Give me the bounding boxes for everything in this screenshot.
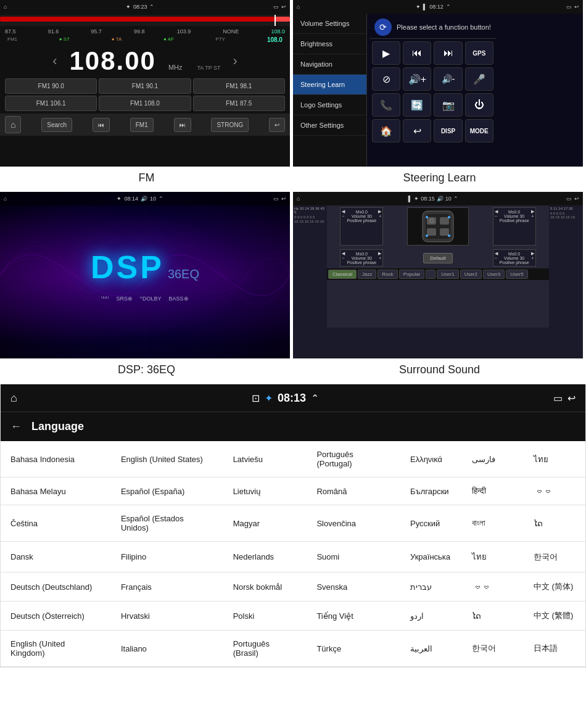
table-row[interactable]: Deutsch (Österreich) Hrvatski Polski Tiế… — [1, 602, 585, 631]
steering-undo-button[interactable]: ↩ — [403, 119, 431, 143]
steering-sidebar-other[interactable]: Other Settings — [293, 115, 366, 136]
language-back-button[interactable]: ← — [10, 420, 22, 433]
surround-ctrl4-plus[interactable]: + — [532, 256, 534, 260]
fm-strong-button[interactable]: STRONG — [211, 118, 249, 132]
lang-cell[interactable]: ໄດ — [524, 505, 585, 542]
lang-cell[interactable]: اردو — [400, 602, 462, 631]
table-row[interactable]: English (United Kingdom) Italiano Portug… — [1, 631, 585, 667]
fm-next-button[interactable]: › — [233, 53, 237, 69]
surround-ctrl4-next[interactable]: ▶ — [531, 251, 534, 256]
lang-cell[interactable]: Български — [400, 478, 462, 505]
fm-preset-6[interactable]: FM1 87.5 — [193, 96, 285, 111]
steering-sidebar-navigation[interactable]: Navigation — [293, 54, 366, 75]
surround-ctrl3-minus[interactable]: − — [342, 256, 344, 260]
lang-cell[interactable]: हिन्दी — [462, 478, 524, 505]
surround-tab-popular[interactable]: Popular — [399, 270, 425, 279]
lang-cell[interactable]: ဗဗ — [462, 573, 524, 602]
fm-preset-3[interactable]: FM1 98.1 — [193, 78, 285, 94]
lang-cell[interactable]: Español (Estados Unidos) — [111, 505, 223, 542]
table-row[interactable]: Dansk Filipino Nederlands Suomi Українсь… — [1, 542, 585, 573]
surround-ctrl3-plus[interactable]: + — [379, 256, 381, 260]
steering-mode-button[interactable]: MODE — [465, 119, 493, 143]
lang-cell[interactable]: 中文 (繁體) — [524, 602, 585, 631]
lang-cell[interactable]: Čeština — [1, 505, 111, 542]
steering-sidebar-steering[interactable]: Steering Learn — [293, 75, 366, 95]
surround-ctrl2-plus[interactable]: + — [532, 214, 534, 218]
lang-cell[interactable]: Türkçe — [307, 631, 400, 667]
lang-cell[interactable]: ไทย — [462, 542, 524, 573]
lang-cell[interactable]: Bahasa Indonesia — [1, 441, 111, 478]
steering-mic-button[interactable]: 🎤 — [465, 67, 493, 91]
steering-vol-down-button[interactable]: 🔊- — [434, 67, 462, 91]
surround-ctrl2-prev[interactable]: ◀ — [495, 209, 498, 214]
fm-prev-button[interactable]: ‹ — [52, 53, 57, 69]
lang-cell[interactable]: Bahasa Melayu — [1, 478, 111, 505]
lang-cell[interactable]: 한국어 — [462, 631, 524, 667]
steering-source-button[interactable]: 🔄 — [403, 93, 431, 117]
table-row[interactable]: Bahasa Indonesia English (United States)… — [1, 441, 585, 478]
lang-cell[interactable]: 한국어 — [524, 542, 585, 573]
lang-cell[interactable]: Polski — [223, 602, 307, 631]
steering-next-button[interactable]: ⏭ — [434, 41, 462, 65]
fm-search-button[interactable]: Search — [41, 118, 72, 132]
table-row[interactable]: Deutsch (Deutschland) Français Norsk bok… — [1, 573, 585, 602]
surround-tab-user3[interactable]: User3 — [483, 270, 505, 279]
steering-disp-button[interactable]: DISP — [434, 119, 462, 143]
lang-cell[interactable]: العربية — [400, 631, 462, 667]
lang-cell[interactable]: Suomi — [307, 542, 400, 573]
lang-cell[interactable]: Українська — [400, 542, 462, 573]
fm-home-button[interactable]: ⌂ — [5, 116, 21, 133]
fm-prev-track-button[interactable]: ⏮ — [93, 118, 110, 132]
fm-next-track-button[interactable]: ⏭ — [174, 118, 191, 132]
steering-sidebar-logo[interactable]: Logo Settings — [293, 95, 366, 115]
lang-cell[interactable]: ໄດ — [462, 602, 524, 631]
surround-ctrl1-minus[interactable]: − — [342, 214, 344, 218]
surround-tab-user5[interactable]: User5 — [506, 270, 527, 279]
lang-cell[interactable]: Dansk — [1, 542, 111, 573]
steering-home-button[interactable]: 🏠 — [372, 119, 400, 143]
lang-cell[interactable]: English (United Kingdom) — [1, 631, 111, 667]
lang-cell[interactable]: Ελληνικά — [400, 441, 462, 478]
surround-ctrl4-prev[interactable]: ◀ — [495, 251, 498, 256]
lang-cell[interactable]: Français — [111, 573, 223, 602]
surround-ctrl2-next[interactable]: ▶ — [531, 209, 534, 214]
surround-ctrl4-minus[interactable]: − — [495, 256, 497, 260]
lang-cell[interactable]: فارسی — [462, 441, 524, 478]
steering-mute-button[interactable]: ⊘ — [372, 67, 400, 91]
lang-cell[interactable]: Hrvatski — [111, 602, 223, 631]
surround-tab-user2[interactable]: User2 — [460, 270, 482, 279]
lang-cell[interactable]: Português (Portugal) — [307, 441, 400, 478]
table-row[interactable]: Čeština Español (Estados Unidos) Magyar … — [1, 505, 585, 542]
lang-cell[interactable]: Español (España) — [111, 478, 223, 505]
lang-cell[interactable]: Nederlands — [223, 542, 307, 573]
steering-sidebar-brightness[interactable]: Brightness — [293, 34, 366, 54]
lang-cell[interactable]: Magyar — [223, 505, 307, 542]
steering-prev-button[interactable]: ⏮ — [403, 41, 431, 65]
lang-cell[interactable]: ไทย — [524, 441, 585, 478]
lang-cell[interactable]: Lietuvių — [223, 478, 307, 505]
surround-tab-jazz[interactable]: Jazz — [358, 270, 376, 279]
fm-preset-1[interactable]: FM1 90.0 — [5, 78, 97, 94]
steering-sidebar-volume[interactable]: Volume Settings — [293, 14, 366, 34]
surround-default-button[interactable]: Default — [423, 253, 452, 263]
surround-tab-user1[interactable]: User1 — [437, 270, 458, 279]
steering-play-button[interactable]: ▶ — [372, 41, 400, 65]
lang-cell[interactable]: Svenska — [307, 573, 400, 602]
lang-cell[interactable]: Deutsch (Deutschland) — [1, 573, 111, 602]
lang-cell[interactable]: Norsk bokmål — [223, 573, 307, 602]
lang-cell[interactable]: বাংলা — [462, 505, 524, 542]
lang-cell[interactable]: Filipino — [111, 542, 223, 573]
steering-power-button[interactable]: ⏻ — [465, 93, 493, 117]
lang-cell[interactable]: Latviešu — [223, 441, 307, 478]
lang-cell[interactable]: עברית — [400, 573, 462, 602]
lang-cell[interactable]: Italiano — [111, 631, 223, 667]
fm-back-button[interactable]: ↩ — [269, 118, 285, 132]
lang-cell[interactable]: 日本語 — [524, 631, 585, 667]
surround-ctrl2-minus[interactable]: − — [495, 214, 497, 218]
surround-ctrl3-next[interactable]: ▶ — [378, 251, 381, 256]
table-row[interactable]: Bahasa Melayu Español (España) Lietuvių … — [1, 478, 585, 505]
fm-preset-5[interactable]: FM1 108.0 — [99, 96, 191, 111]
steering-gps-button[interactable]: GPS — [465, 41, 493, 65]
fm-band-button[interactable]: FM1 — [130, 118, 154, 132]
lang-cell[interactable]: Português (Brasil) — [223, 631, 307, 667]
